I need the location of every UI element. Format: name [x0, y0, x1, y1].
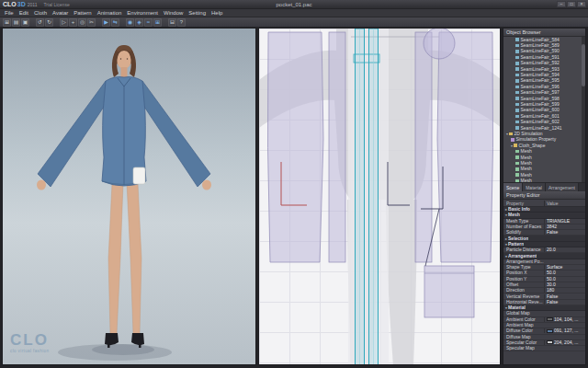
tab-material[interactable]: Material — [523, 183, 546, 191]
close-button[interactable]: × — [577, 1, 586, 7]
pattern-editor-2d[interactable] — [258, 28, 501, 365]
property-value-text: 104, 104, ... — [554, 317, 578, 322]
show-grid-icon[interactable]: ⊞ — [153, 18, 162, 27]
sync-2d3d-icon[interactable]: ⇆ — [111, 18, 119, 27]
property-value-text: 204, 204, ... — [554, 340, 578, 345]
property-value[interactable]: 20.0 — [544, 247, 585, 252]
pattern-piece-side-right[interactable] — [415, 32, 432, 262]
property-value[interactable]: Surface — [544, 265, 585, 270]
menu-setting[interactable]: Setting — [186, 9, 209, 17]
property-value[interactable]: 30.0 — [544, 282, 585, 287]
color-swatch[interactable] — [547, 329, 553, 333]
redo-icon[interactable]: ↻ — [45, 18, 53, 27]
help-icon[interactable]: ? — [177, 18, 186, 27]
color-swatch[interactable] — [547, 340, 553, 344]
window-layout-icon[interactable]: ⊟ — [168, 18, 176, 27]
tree-expand-icon[interactable]: ▾ — [506, 132, 508, 136]
seamline-icon — [515, 97, 519, 100]
property-value[interactable]: 50.0 — [544, 270, 585, 275]
property-value[interactable]: False — [544, 230, 585, 235]
menu-avatar[interactable]: Avatar — [50, 9, 71, 17]
menu-animation[interactable]: Animation — [95, 9, 125, 17]
new-icon[interactable]: ⊞ — [3, 18, 11, 27]
avatar-render[interactable] — [3, 29, 256, 365]
pin-icon[interactable]: ◎ — [78, 18, 86, 27]
property-label: Mesh Type — [503, 219, 544, 224]
tree-item-mesh[interactable]: Mesh — [503, 178, 585, 182]
tree-expand-icon[interactable]: ▾ — [511, 144, 513, 148]
property-value-text: 20.0 — [547, 247, 556, 252]
jacket-sleeve-right — [137, 81, 210, 187]
property-label: Vertical Reverse — [503, 294, 544, 299]
section-expand-icon[interactable]: ▸ — [505, 236, 507, 241]
menu-window[interactable]: Window — [161, 9, 186, 17]
maximize-button[interactable]: □ — [567, 1, 576, 7]
clo-watermark-sub: clo virtual fashion — [10, 349, 49, 353]
save-icon[interactable]: ▣ — [21, 18, 29, 27]
avatar-leg-left — [108, 183, 123, 334]
license-label: Trial License — [44, 2, 70, 7]
property-value[interactable]: 091, 127, ... — [544, 328, 585, 333]
pattern-piece-side-left[interactable] — [329, 32, 345, 262]
menu-edit[interactable]: Edit — [17, 9, 31, 17]
object-browser-tree[interactable]: SeamLineFair_584SeamLineFair_589SeamLine… — [503, 37, 585, 182]
menu-cloth[interactable]: Cloth — [31, 9, 50, 17]
property-value-text: False — [547, 230, 558, 235]
property-value[interactable]: TRIANGLE — [544, 219, 585, 224]
tree-scrollbar[interactable] — [582, 37, 585, 182]
section-expand-icon[interactable]: ▸ — [505, 207, 507, 212]
minimize-button[interactable]: – — [557, 1, 566, 7]
seamline-icon — [515, 62, 519, 65]
section-expand-icon[interactable]: ▾ — [505, 254, 507, 259]
seamline-icon — [515, 86, 519, 89]
viewport-3d[interactable]: CLO clo virtual fashion — [2, 28, 256, 365]
seamline-icon — [515, 103, 519, 107]
show-seamline-icon[interactable]: ≈ — [144, 18, 153, 27]
select-icon[interactable]: ▷ — [60, 18, 68, 27]
pattern-piece-front-right[interactable] — [437, 32, 493, 262]
property-value[interactable]: 180 — [544, 288, 585, 293]
menu-pattern[interactable]: Pattern — [71, 9, 94, 17]
property-value[interactable]: False — [544, 300, 585, 305]
section-expand-icon[interactable]: ▾ — [505, 213, 507, 217]
section-label: Arrangement — [508, 254, 537, 259]
seamline-icon — [515, 74, 519, 77]
menu-environment[interactable]: Environment — [124, 9, 161, 17]
open-icon[interactable]: ▤ — [12, 18, 20, 27]
tree-item-label: SeamLineFair_1241 — [521, 126, 562, 131]
document-title: pocket_01.pac — [0, 2, 588, 7]
pattern-piece-pocket[interactable] — [424, 266, 474, 317]
property-value[interactable]: 204, 204, ... — [544, 340, 585, 345]
property-grid[interactable]: ▸Basic Info▾MeshMesh TypeTRIANGLENumber … — [503, 207, 585, 364]
tree-item-label: Mesh — [521, 178, 532, 182]
color-swatch[interactable] — [547, 317, 553, 321]
tree-item-label: 2D Simulation — [514, 132, 543, 136]
mesh-icon — [515, 162, 519, 166]
simulate-icon[interactable]: ▶ — [102, 18, 110, 27]
menu-help[interactable]: Help — [209, 9, 225, 17]
menu-file[interactable]: File — [2, 9, 17, 17]
move-icon[interactable]: + — [69, 18, 77, 27]
avatar-hand-left — [37, 180, 46, 190]
app-version: 2011 — [28, 2, 38, 7]
pattern-piece-front-left[interactable] — [267, 32, 323, 262]
property-value[interactable]: 3842 — [544, 224, 585, 229]
seamline-icon — [515, 38, 519, 41]
property-value[interactable]: 104, 104, ... — [544, 317, 585, 322]
section-expand-icon[interactable]: ▾ — [505, 242, 507, 247]
scissors-icon[interactable]: ✂ — [87, 18, 96, 27]
section-expand-icon[interactable]: ▾ — [505, 305, 507, 310]
property-value[interactable]: False — [544, 294, 585, 299]
tab-arrangement[interactable]: Arrangement — [546, 183, 579, 191]
property-label: Arrangement Po... — [503, 259, 544, 264]
undo-icon[interactable]: ↺ — [36, 18, 44, 27]
tree-scrollbar-thumb[interactable] — [582, 44, 585, 86]
show-cloth-icon[interactable]: ◈ — [135, 18, 143, 27]
show-avatar-icon[interactable]: ◉ — [126, 18, 134, 27]
pattern-piece-circle[interactable] — [424, 29, 455, 59]
property-label: Diffuse Map — [503, 335, 544, 339]
garment-jacket[interactable] — [37, 77, 211, 190]
property-value[interactable]: 50.0 — [544, 277, 585, 282]
tree-item-label: Mesh — [521, 161, 532, 166]
tab-scene[interactable]: Scene — [503, 183, 523, 191]
